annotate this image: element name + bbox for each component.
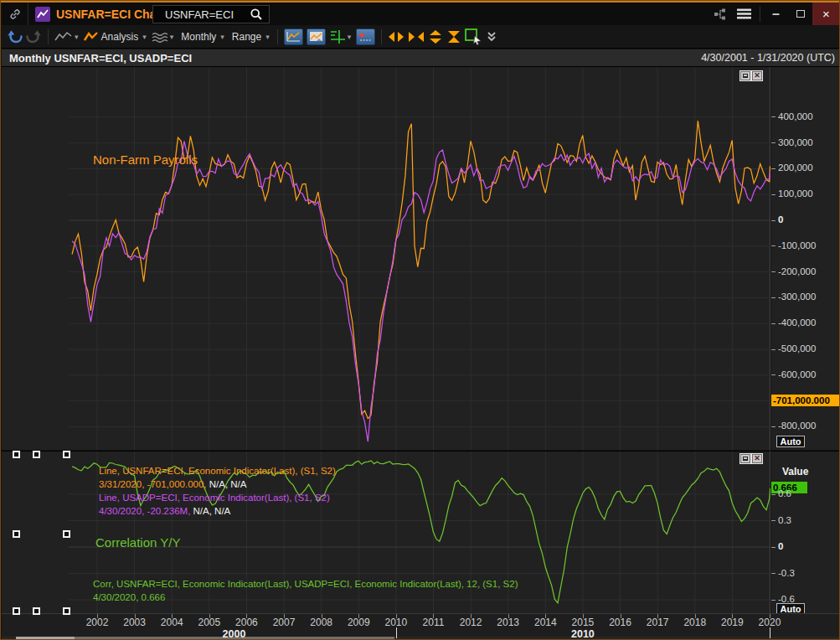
y-tick-label: 0 — [778, 541, 783, 551]
year-label[interactable]: 2005 — [198, 617, 220, 628]
year-label[interactable]: 2004 — [161, 617, 183, 628]
year-label[interactable]: 2020 — [759, 617, 781, 628]
main-axis-auto-button[interactable]: Auto — [776, 436, 805, 447]
chart-title-bar: Monthly USNFAR=ECI, USADP=ECI 4/30/2001 … — [2, 49, 840, 67]
interval-label: Monthly — [181, 31, 216, 43]
main-plot-area — [69, 67, 770, 450]
y-axis-tick — [771, 168, 776, 169]
legend-text: 4/30/2020, -20.236M, — [99, 506, 190, 516]
menu-button[interactable] — [732, 3, 756, 25]
compress-horizontal-button[interactable] — [408, 28, 425, 46]
window-title: USNFAR=ECI Chart — [56, 8, 165, 21]
correlation-panel-title: Correlation Y/Y — [95, 535, 180, 550]
y-axis-tick — [771, 374, 776, 375]
main-panel-window-buttons: ✕ — [739, 71, 762, 80]
year-label[interactable]: 2009 — [348, 617, 370, 628]
restore-panel-icon[interactable] — [740, 454, 750, 463]
search-icon[interactable] — [250, 8, 263, 21]
redo-button[interactable] — [26, 28, 42, 46]
y-axis-tick — [771, 271, 776, 272]
selection-handle[interactable] — [13, 607, 20, 615]
chevron-down-icon: ▾ — [142, 33, 147, 41]
analysis-button[interactable]: Analysis ▾ — [84, 28, 148, 46]
level-tool-button[interactable]: ▾ — [329, 28, 353, 46]
correlation-legend: Corr, USNFAR=ECI, Economic Indicator(Las… — [93, 577, 518, 604]
y-axis-tick — [771, 194, 776, 195]
year-label[interactable]: 2018 — [683, 617, 706, 628]
overlay-button[interactable]: ▾ — [152, 28, 176, 46]
selection-handle[interactable] — [63, 530, 70, 538]
year-label[interactable]: 2012 — [460, 617, 482, 628]
y-tick-label: -100,000 — [778, 240, 816, 250]
year-label[interactable]: 2019 — [721, 617, 744, 628]
analysis-icon — [84, 31, 99, 43]
close-panel-icon[interactable]: ✕ — [752, 71, 762, 80]
usadp-eci-line[interactable] — [72, 142, 770, 442]
restore-panel-icon[interactable] — [740, 71, 750, 80]
main-legend: Line, USNFAR=ECI, Economic Indicator(Las… — [99, 464, 336, 518]
legend-text: Line, USNFAR=ECI, Economic Indicator(Las… — [99, 466, 336, 476]
year-label[interactable]: 2017 — [647, 617, 669, 628]
minimize-button[interactable]: – — [764, 3, 788, 25]
year-label[interactable]: 2008 — [310, 617, 332, 628]
maximize-button[interactable] — [788, 3, 812, 25]
year-label[interactable]: 2003 — [123, 617, 146, 628]
correlation-axis-title: Value — [782, 466, 808, 477]
undo-button[interactable] — [7, 28, 23, 46]
range-dropdown[interactable]: Range ▾ — [229, 28, 271, 46]
interval-dropdown[interactable]: Monthly ▾ — [178, 28, 226, 46]
y-axis-tick — [771, 600, 776, 601]
zigzag-chart-icon — [37, 8, 49, 20]
year-label[interactable]: 2016 — [609, 617, 631, 628]
y-tick-label: -400,000 — [778, 317, 816, 328]
chart-type-button[interactable]: ▾ — [54, 28, 80, 46]
more-tools-button[interactable] — [487, 28, 497, 46]
chevron-down-icon: ▾ — [75, 33, 79, 41]
close-panel-icon[interactable]: ✕ — [752, 454, 762, 463]
year-label[interactable]: 2007 — [273, 617, 296, 628]
maximize-icon — [796, 10, 805, 18]
year-label[interactable]: 2013 — [497, 617, 519, 628]
share-node-icon — [714, 8, 727, 21]
analysis-label: Analysis — [101, 31, 139, 43]
main-chart-panel[interactable]: Non-Farm Payrolls Line, USNFAR=ECI, Econ… — [2, 67, 770, 450]
year-label[interactable]: 2014 — [534, 617, 557, 628]
level-crosshair-icon — [329, 28, 346, 45]
chart-drag-button[interactable] — [307, 28, 326, 45]
correlation-y-axis[interactable]: Value 0.666 Auto 0.60.30-0.3-0.6 — [771, 451, 840, 613]
x-axis[interactable]: 2002200320042005200620072008200920102011… — [2, 613, 840, 640]
expand-vertical-button[interactable] — [428, 28, 443, 46]
window-controls: – × — [708, 3, 840, 25]
add-plus-chart-icon — [358, 31, 373, 42]
year-label[interactable]: 2011 — [423, 617, 445, 628]
close-button[interactable]: × — [812, 3, 840, 25]
selection-handle[interactable] — [33, 607, 40, 615]
main-y-axis[interactable]: -701,000.000 Auto 400,000300,000200,0001… — [771, 67, 840, 450]
selection-handle[interactable] — [33, 451, 40, 458]
year-label[interactable]: 2015 — [572, 617, 595, 628]
compress-vertical-button[interactable] — [446, 28, 461, 46]
selection-handle[interactable] — [13, 451, 20, 458]
share-link-button[interactable] — [708, 3, 732, 25]
selection-handle[interactable] — [63, 607, 70, 615]
link-channel-button[interactable] — [2, 3, 28, 25]
redo-icon — [26, 29, 42, 44]
year-label[interactable]: 2006 — [235, 617, 258, 628]
selection-handle[interactable] — [13, 530, 20, 538]
y-axis-tick — [771, 573, 776, 574]
horizontal-scrollbar[interactable] — [2, 637, 840, 639]
last-value-badge: -701,000.000 — [771, 395, 840, 406]
zoom-select-button[interactable] — [465, 28, 483, 46]
selection-handle[interactable] — [63, 451, 70, 458]
decade-separator — [770, 627, 770, 638]
year-label[interactable]: 2002 — [86, 617, 109, 628]
year-label[interactable]: 2010 — [385, 617, 408, 628]
symbol-search-input[interactable]: USNFAR=ECI — [152, 5, 270, 23]
expand-horizontal-button[interactable] — [388, 28, 405, 46]
y-axis-tick — [771, 547, 776, 548]
symbol-search-value: USNFAR=ECI — [165, 8, 250, 21]
add-annotation-button[interactable] — [356, 28, 375, 45]
y-tick-label: 0 — [778, 214, 783, 225]
chart-view-button[interactable] — [284, 28, 303, 45]
main-panel-title: Non-Farm Payrolls — [93, 152, 198, 167]
